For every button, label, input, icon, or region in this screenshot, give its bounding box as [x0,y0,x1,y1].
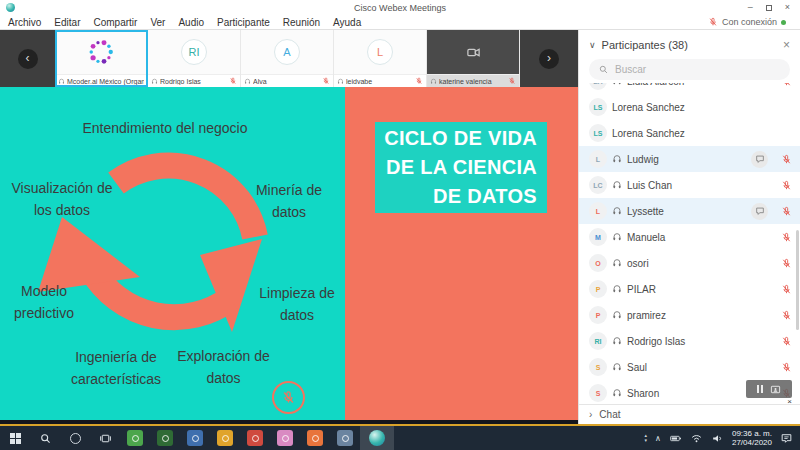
audio-connected-icon [430,78,437,85]
video-thumbnail[interactable]: katerine valencia [427,30,520,87]
avatar: M [589,228,607,246]
avatar: A [274,39,300,65]
muted-mic-icon[interactable] [781,284,792,295]
muted-mic-icon[interactable] [508,77,516,85]
video-thumbnail[interactable]: Mcoder.ai México (Organizador) [55,30,148,87]
taskbar-app-button[interactable] [240,426,270,450]
chevron-left-icon[interactable]: ‹ [18,49,38,69]
participant-row[interactable]: S Saul [579,354,800,380]
taskbar-app-button[interactable] [180,426,210,450]
participant-row[interactable]: O osori [579,250,800,276]
menu-item[interactable]: Editar [54,17,80,28]
chevron-right-icon: › [589,409,592,420]
thumbnail-scroll-left[interactable]: ‹ [0,30,55,87]
participant-name-label: Lorena Sanchez [612,128,792,139]
close-button[interactable]: × [785,3,790,12]
window-title: Cisco Webex Meetings [0,3,800,13]
tray-scroll-arrows[interactable]: ▴▾ [645,433,648,443]
audio-connected-icon [612,180,622,190]
video-thumbnail[interactable]: RI Rodrigo Islas [148,30,241,87]
hidden-icons-chevron[interactable]: ∧ [655,434,661,443]
chevron-down-icon[interactable]: ∨ [589,40,596,50]
close-panel-icon[interactable]: × [783,38,790,52]
camera-off-icon [466,45,481,60]
start-button[interactable] [0,426,30,450]
pause-icon[interactable] [757,385,763,393]
menu-item[interactable]: Archivo [8,17,41,28]
muted-mic-icon[interactable] [781,232,792,243]
menu-item[interactable]: Reunión [283,17,320,28]
close-overlay-icon[interactable]: × [787,397,792,406]
muted-mic-icon[interactable] [781,336,792,347]
participants-panel-title: Participantes (38) [602,39,777,51]
app-icon [337,430,353,446]
participant-row[interactable]: L Lyssette [579,198,800,224]
chat-section-toggle[interactable]: › Chat [579,404,800,424]
taskbar-clock[interactable]: 09:36 a. m. 27/04/2020 [732,429,772,447]
wifi-icon[interactable] [690,432,703,445]
video-thumbnail[interactable]: A Alva [241,30,334,87]
thumbnail-scroll-right[interactable]: › [520,30,578,87]
participant-name-label: Lorena Sanchez [612,102,792,113]
slide-muted-mic-indicator[interactable] [272,381,305,414]
app-icon [307,430,323,446]
taskbar-app-button[interactable] [120,426,150,450]
task-view-button[interactable] [90,426,120,450]
avatar: S [589,358,607,376]
cortana-button[interactable] [60,426,90,450]
participant-name-label: Manuela [627,232,776,243]
slide-step-visualization: Visualización de los datos [2,177,122,221]
menu-item[interactable]: Compartir [93,17,137,28]
battery-icon[interactable] [669,432,682,445]
notification-center-icon[interactable] [780,432,793,445]
speaker-view-icon[interactable] [770,384,781,395]
participants-scrollbar[interactable] [796,230,799,330]
thumbnail-video-area: L [334,30,426,74]
video-thumbnail[interactable]: L leidvabe [334,30,427,87]
participant-row[interactable]: M Manuela [579,224,800,250]
taskbar-app-button[interactable] [270,426,300,450]
muted-mic-icon[interactable] [781,362,792,373]
app-icon [127,430,143,446]
maximize-button[interactable] [766,5,772,11]
chevron-right-icon[interactable]: › [539,49,559,69]
participant-row[interactable]: LC Luis Chan [579,172,800,198]
search-input[interactable]: Buscar [589,59,790,80]
muted-mic-icon[interactable] [781,154,792,165]
menu-item[interactable]: Ayuda [333,17,361,28]
taskbar-webex-button[interactable] [360,426,394,450]
menu-item[interactable]: Ver [150,17,165,28]
taskbar-app-button[interactable] [150,426,180,450]
muted-mic-icon[interactable] [415,77,423,85]
app-icon [187,430,203,446]
app-icon [217,430,233,446]
participant-row[interactable]: RI Rodrigo Islas [579,328,800,354]
chat-bubble-button[interactable] [751,151,768,168]
avatar-initials: M [595,234,601,241]
participant-row[interactable]: LS Lorena Sanchez [579,120,800,146]
minimize-button[interactable]: – [748,3,753,12]
taskbar-search-button[interactable] [30,426,60,450]
thumbnail-name-bar: Mcoder.ai México (Organizador) [55,74,147,87]
muted-mic-icon[interactable] [322,77,330,85]
avatar-initials: LS [594,104,603,111]
menu-item[interactable]: Participante [217,17,270,28]
audio-connected-icon [151,78,158,85]
taskbar-app-button[interactable] [330,426,360,450]
taskbar-app-button[interactable] [210,426,240,450]
muted-mic-icon[interactable] [781,180,792,191]
muted-mic-icon[interactable] [781,258,792,269]
menu-item[interactable]: Audio [178,17,204,28]
participant-row[interactable]: L Ludwig [579,146,800,172]
taskbar-app-button[interactable] [300,426,330,450]
volume-icon[interactable] [711,432,724,445]
participant-row[interactable]: P PILAR [579,276,800,302]
thumbnail-name-bar: katerine valencia [427,74,519,87]
chat-bubble-button[interactable] [751,203,768,220]
avatar: LS [589,98,607,116]
muted-mic-icon[interactable] [229,77,237,85]
participant-row[interactable]: P pramirez [579,302,800,328]
participant-row[interactable]: LS Lorena Sanchez [579,94,800,120]
muted-mic-icon[interactable] [781,206,792,217]
muted-mic-icon[interactable] [781,310,792,321]
